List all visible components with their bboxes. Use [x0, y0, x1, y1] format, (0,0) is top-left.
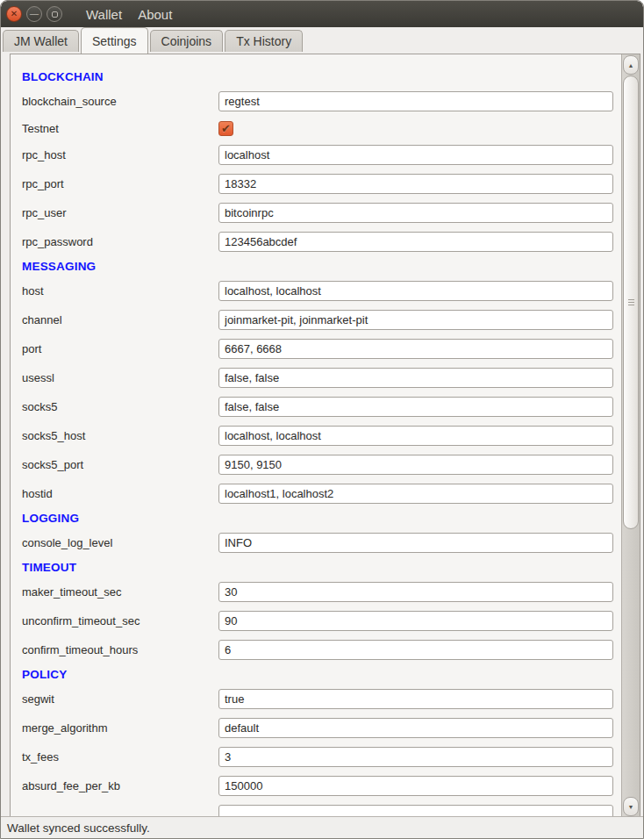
field-row-segwit: segwit: [22, 685, 621, 714]
field-input-tx_fees[interactable]: [218, 747, 613, 767]
field-input-partial[interactable]: [218, 805, 613, 817]
scroll-up-button[interactable]: ▲: [623, 55, 639, 75]
field-input-socks5_port[interactable]: [218, 455, 613, 475]
tab-settings[interactable]: Settings: [81, 27, 148, 54]
tab-bar: JM WalletSettingsCoinjoinsTx History: [1, 27, 643, 52]
field-label: unconfirm_timeout_sec: [22, 614, 218, 627]
field-input-console_log_level[interactable]: [218, 533, 613, 553]
section-title: TIMEOUT: [22, 561, 76, 574]
field-row-partial: [22, 800, 621, 817]
field-row-port: port: [22, 334, 621, 363]
section-title: POLICY: [22, 668, 67, 681]
tab-tx-history[interactable]: Tx History: [225, 30, 303, 52]
field-label: confirm_timeout_hours: [22, 643, 218, 656]
field-row-rpc_host: rpc_host: [22, 140, 621, 169]
field-label: absurd_fee_per_kb: [22, 779, 218, 792]
field-label: rpc_password: [22, 235, 218, 248]
field-input-maker_timeout_sec[interactable]: [218, 582, 613, 602]
status-bar: Wallet synced successfully.: [1, 816, 643, 838]
arrow-down-icon: ▼: [628, 804, 634, 810]
title-bar: ✕ — Wallet About: [1, 1, 643, 27]
settings-scroll-viewport: BLOCKCHAINblockchain_sourceTestnet✔rpc_h…: [11, 54, 621, 817]
field-label: merge_algorithm: [22, 721, 218, 735]
field-label: socks5_host: [22, 429, 218, 442]
field-row-unconfirm_timeout_sec: unconfirm_timeout_sec: [22, 606, 621, 635]
field-row-merge_algorithm: merge_algorithm: [22, 714, 621, 742]
field-label: usessl: [22, 371, 218, 384]
field-row-usessl: usessl: [22, 363, 621, 392]
field-input-absurd_fee_per_kb[interactable]: [218, 776, 613, 796]
minimize-icon: —: [30, 10, 39, 18]
field-input-rpc_host[interactable]: [218, 145, 613, 165]
field-input-socks5[interactable]: [218, 397, 613, 417]
grip-icon: [628, 305, 634, 305]
field-label: socks5: [22, 400, 218, 413]
tab-jm-wallet[interactable]: JM Wallet: [3, 30, 79, 52]
vertical-scrollbar[interactable]: ▲ ▼: [621, 54, 640, 817]
field-row-rpc_user: rpc_user: [22, 198, 621, 227]
field-row-host: host: [22, 276, 621, 305]
section-header-timeout: TIMEOUT: [22, 557, 621, 577]
field-input-hostid[interactable]: [218, 484, 613, 504]
field-input-merge_algorithm[interactable]: [218, 718, 613, 738]
field-input-usessl[interactable]: [218, 368, 613, 388]
field-row-Testnet: Testnet✔: [22, 116, 621, 140]
field-label: console_log_level: [22, 536, 218, 549]
field-input-rpc_user[interactable]: [218, 203, 613, 223]
scrollbar-thumb[interactable]: [623, 75, 639, 529]
field-input-blockchain_source[interactable]: [218, 91, 613, 111]
section-header-policy: POLICY: [22, 664, 621, 685]
field-label: Testnet: [22, 122, 218, 135]
field-row-socks5_host: socks5_host: [22, 421, 621, 450]
maximize-button[interactable]: [47, 6, 62, 22]
field-row-rpc_port: rpc_port: [22, 169, 621, 198]
field-input-host[interactable]: [218, 281, 613, 301]
close-button[interactable]: ✕: [6, 6, 22, 22]
minimize-button[interactable]: —: [26, 6, 42, 22]
field-row-console_log_level: console_log_level: [22, 528, 621, 557]
status-text: Wallet synced successfully.: [7, 821, 150, 835]
field-row-blockchain_source: blockchain_source: [22, 87, 621, 116]
close-icon: ✕: [11, 10, 18, 18]
field-input-socks5_host[interactable]: [218, 426, 613, 446]
section-title: BLOCKCHAIN: [22, 70, 104, 83]
field-input-segwit[interactable]: [218, 689, 613, 709]
field-row-socks5_port: socks5_port: [22, 450, 621, 479]
field-input-port[interactable]: [218, 339, 613, 359]
field-row-tx_fees: tx_fees: [22, 742, 621, 771]
section-title: LOGGING: [22, 512, 79, 525]
scroll-down-button[interactable]: ▼: [623, 797, 639, 816]
section-header-logging: LOGGING: [22, 508, 621, 528]
scrollbar-track[interactable]: [623, 75, 639, 796]
menu-item-about[interactable]: About: [130, 4, 180, 25]
field-label: maker_timeout_sec: [22, 585, 218, 599]
field-row-socks5: socks5: [22, 392, 621, 421]
field-row-rpc_password: rpc_password: [22, 227, 621, 256]
field-row-confirm_timeout_hours: confirm_timeout_hours: [22, 635, 621, 664]
field-label: hostid: [22, 487, 218, 500]
arrow-up-icon: ▲: [628, 62, 634, 68]
tab-coinjoins[interactable]: Coinjoins: [150, 30, 224, 52]
grip-icon: [628, 299, 634, 300]
menu-bar: Wallet About: [78, 4, 180, 25]
field-input-rpc_port[interactable]: [218, 174, 613, 194]
field-label: port: [22, 342, 218, 355]
field-row-maker_timeout_sec: maker_timeout_sec: [22, 577, 621, 606]
field-input-unconfirm_timeout_sec[interactable]: [218, 611, 613, 631]
field-label: tx_fees: [22, 750, 218, 764]
field-label: segwit: [22, 692, 218, 706]
field-label: blockchain_source: [22, 95, 218, 108]
field-label: socks5_port: [22, 458, 218, 471]
maximize-icon: [52, 11, 58, 18]
grip-icon: [628, 302, 634, 303]
field-input-channel[interactable]: [218, 310, 613, 330]
app-window: ✕ — Wallet About JM WalletSettingsCoinjo…: [0, 0, 644, 839]
field-row-channel: channel: [22, 305, 621, 334]
field-row-hostid: hostid: [22, 479, 621, 508]
field-input-rpc_password[interactable]: [218, 232, 613, 252]
checkbox-testnet[interactable]: ✔: [218, 121, 233, 136]
settings-pane: BLOCKCHAINblockchain_sourceTestnet✔rpc_h…: [10, 54, 640, 818]
field-label: rpc_user: [22, 206, 218, 219]
field-input-confirm_timeout_hours[interactable]: [218, 640, 613, 660]
menu-item-wallet[interactable]: Wallet: [78, 4, 130, 25]
